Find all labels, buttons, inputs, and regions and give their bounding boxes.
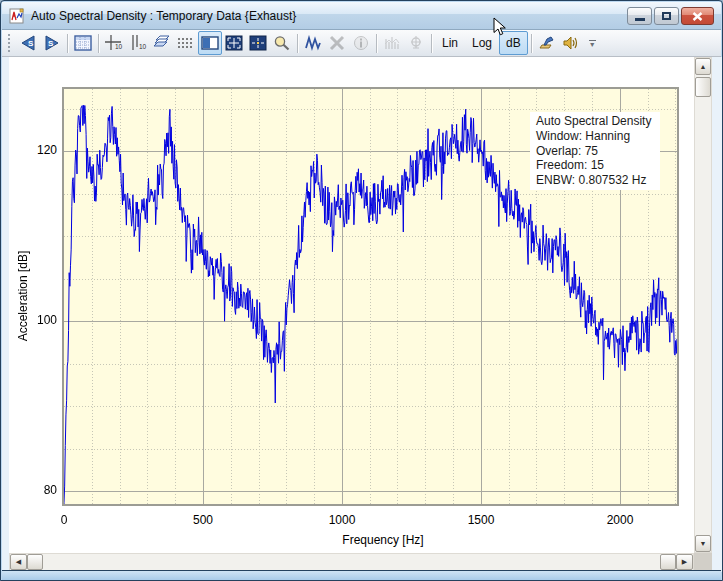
svg-text:10: 10 — [115, 43, 123, 50]
window-bottom-border — [2, 570, 721, 580]
zoom-selection-icon — [249, 35, 267, 51]
split-view-icon — [201, 35, 219, 51]
vertical-scrollbar[interactable]: ▲ ▼ — [694, 57, 712, 553]
app-icon — [9, 8, 25, 24]
toolbar-separator — [376, 34, 377, 53]
arrow-right-icon: ▶ — [682, 558, 687, 566]
y-tick-label: 120 — [23, 143, 57, 157]
scroll-down-button[interactable]: ▼ — [695, 535, 711, 552]
probe-icon — [407, 35, 425, 51]
log-scale-button[interactable]: Log — [465, 31, 499, 55]
annotation-line: Freedom: 15 — [536, 158, 660, 173]
close-button[interactable] — [681, 7, 714, 25]
zoom-out-full-button[interactable] — [222, 31, 246, 55]
prev-signal-icon: S — [18, 34, 38, 52]
overlay-traces-icon — [153, 35, 171, 51]
x-axis-log-button[interactable]: 10 — [102, 31, 126, 55]
app-window: Auto Spectral Density : Temporary Data {… — [0, 0, 723, 581]
x-axis-label: Frequency [Hz] — [303, 533, 463, 547]
horizontal-scroll-thumb[interactable] — [27, 554, 43, 570]
x-tick-label: 2000 — [592, 513, 648, 527]
probe-button — [404, 31, 428, 55]
stamp-button[interactable] — [535, 31, 559, 55]
lin-scale-button[interactable]: Lin — [435, 31, 465, 55]
chevron-down-icon: ▼ — [589, 42, 596, 47]
audio-button[interactable] — [559, 31, 583, 55]
arrow-up-icon: ▲ — [700, 63, 707, 70]
svg-text:S: S — [48, 39, 54, 48]
info-button — [349, 31, 373, 55]
svg-text:10: 10 — [139, 43, 147, 50]
scroll-left-button[interactable]: ◀ — [10, 554, 27, 570]
audio-icon — [562, 35, 580, 51]
x-tick-label: 500 — [175, 513, 231, 527]
x-axis-log-icon: 10 — [104, 34, 124, 52]
scroll-up-button[interactable]: ▲ — [695, 58, 711, 75]
vertical-scroll-thumb[interactable] — [695, 77, 711, 97]
harmonics-button — [380, 31, 404, 55]
toolbar-separator — [98, 34, 99, 53]
chart-client-area: 120 100 80 0 500 1000 1500 2000 Frequenc… — [2, 57, 723, 572]
x-tick-label: 0 — [36, 513, 92, 527]
annotation-line: ENBW: 0.807532 Hz — [536, 173, 660, 188]
zoom-selection-button[interactable] — [246, 31, 270, 55]
annotation-line: Auto Spectral Density — [536, 114, 660, 129]
close-icon — [692, 12, 703, 21]
toolbar: S S 10 10 — [2, 30, 721, 57]
delete-button — [325, 31, 349, 55]
x-tick-label: 1000 — [314, 513, 370, 527]
grid-lines-icon — [177, 35, 195, 51]
db-scale-button[interactable]: dB — [499, 31, 528, 55]
y-axis-log-icon: 10 — [128, 34, 148, 52]
harmonics-icon — [383, 35, 401, 51]
next-signal-button[interactable]: S — [40, 31, 64, 55]
toolbar-overflow-button[interactable]: ▼ — [589, 40, 596, 47]
arrow-down-icon: ▼ — [700, 540, 707, 547]
title-bar[interactable]: Auto Spectral Density : Temporary Data {… — [2, 2, 721, 30]
horizontal-scrollbar[interactable]: ◀ ▶ — [9, 553, 694, 571]
toolbar-separator — [297, 34, 298, 53]
annotation-line: Window: Hanning — [536, 129, 660, 144]
svg-text:S: S — [28, 39, 34, 48]
minimize-icon — [635, 18, 645, 21]
split-view-button[interactable] — [198, 31, 222, 55]
restore-icon — [662, 12, 671, 20]
delete-icon — [328, 35, 346, 51]
info-icon — [352, 35, 370, 51]
y-tick-label: 80 — [23, 483, 57, 497]
grid-lines-button[interactable] — [174, 31, 198, 55]
y-axis-log-button[interactable]: 10 — [126, 31, 150, 55]
scroll-extra-button[interactable] — [660, 554, 676, 570]
y-axis-label: Acceleration [dB] — [16, 226, 30, 366]
restore-button[interactable] — [654, 7, 679, 25]
magnifier-button[interactable] — [270, 31, 294, 55]
chart-panel: 120 100 80 0 500 1000 1500 2000 Frequenc… — [9, 57, 694, 553]
signal-wave-button[interactable] — [301, 31, 325, 55]
toolbar-separator — [67, 34, 68, 53]
x-tick-label: 1500 — [453, 513, 509, 527]
prev-signal-button[interactable]: S — [16, 31, 40, 55]
toolbar-separator — [431, 34, 432, 53]
toolbar-separator — [531, 34, 532, 53]
signal-wave-icon — [304, 35, 322, 51]
window-title: Auto Spectral Density : Temporary Data {… — [31, 9, 296, 23]
arrow-left-icon: ◀ — [16, 558, 21, 566]
data-table-icon — [74, 35, 92, 51]
horizontal-scroll-track[interactable] — [43, 554, 660, 570]
scroll-right-button[interactable]: ▶ — [676, 554, 693, 570]
minimize-button[interactable] — [627, 7, 652, 25]
magnifier-icon — [273, 35, 291, 51]
zoom-out-full-icon — [225, 35, 243, 51]
next-signal-icon: S — [42, 34, 62, 52]
annotation-line: Overlap: 75 — [536, 144, 660, 159]
overlay-traces-button[interactable] — [150, 31, 174, 55]
data-table-button[interactable] — [71, 31, 95, 55]
annotation-box: Auto Spectral Density Window: Hanning Ov… — [530, 112, 660, 190]
stamp-icon — [538, 35, 556, 51]
scrollbar-corner — [694, 553, 712, 571]
window-controls — [627, 7, 714, 25]
toolbar-grip[interactable] — [8, 34, 11, 52]
